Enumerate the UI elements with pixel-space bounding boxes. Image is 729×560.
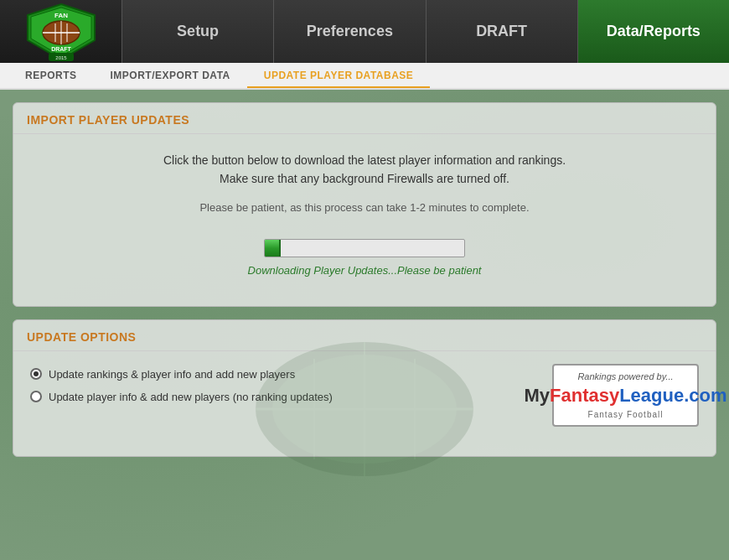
update-options-card: UPDATE OPTIONS Update rankings & player …: [13, 319, 716, 457]
app-container: FAN DRAFT 2015 Setup Preferences DRAFT: [0, 0, 729, 560]
nav-tab-setup[interactable]: Setup: [122, 0, 273, 63]
sub-nav-update-player-db[interactable]: UPDATE PLAYER DATABASE: [247, 65, 431, 88]
sub-nav: REPORTS IMPORT/EXPORT DATA UPDATE PLAYER…: [0, 63, 729, 90]
mfl-sub-text: Fantasy Football: [588, 410, 664, 419]
import-sub-text: Please be patient, as this process can t…: [30, 201, 699, 214]
radio-option-1[interactable]: Update rankings & player info and add ne…: [30, 368, 333, 381]
options-card-body: Update rankings & player info and add ne…: [13, 351, 716, 439]
progress-status-text: Downloading Player Updates...Please be p…: [248, 264, 482, 277]
mfl-logo-box: Rankings powered by... My Fantasy League…: [552, 364, 699, 427]
nav-tab-draft[interactable]: DRAFT: [426, 0, 577, 63]
mfl-fantasy-text: Fantasy: [550, 385, 619, 407]
svg-text:2015: 2015: [55, 55, 67, 60]
nav-tab-preferences[interactable]: Preferences: [273, 0, 425, 63]
nav-tab-data-reports[interactable]: Data/Reports: [577, 0, 729, 63]
top-nav: FAN DRAFT 2015 Setup Preferences DRAFT: [0, 0, 729, 63]
import-card-title: IMPORT PLAYER UPDATES: [13, 103, 716, 134]
update-options-title: UPDATE OPTIONS: [13, 320, 716, 351]
mfl-logo-text: My Fantasy League .com: [524, 385, 726, 407]
radio-btn-1[interactable]: [30, 368, 42, 380]
mfl-powered-text: Rankings powered by...: [577, 371, 673, 381]
radio-option-2[interactable]: Update player info & add new players (no…: [30, 391, 333, 403]
import-card-body: Click the button below to download the l…: [13, 134, 716, 289]
sub-nav-reports[interactable]: REPORTS: [8, 65, 94, 86]
svg-text:FAN: FAN: [54, 12, 68, 19]
mfl-dotcom-text: .com: [684, 385, 726, 407]
import-player-updates-card: IMPORT PLAYER UPDATES Click the button b…: [13, 102, 716, 307]
mfl-my-text: My: [524, 385, 550, 407]
progress-bar-inner: [265, 240, 281, 257]
import-main-text: Click the button below to download the l…: [30, 151, 699, 189]
sub-nav-import-export[interactable]: IMPORT/EXPORT DATA: [94, 65, 247, 86]
progress-container: Downloading Player Updates...Please be p…: [30, 239, 699, 277]
logo-area: FAN DRAFT 2015: [0, 0, 122, 63]
svg-text:DRAFT: DRAFT: [51, 46, 71, 52]
nav-tabs: Setup Preferences DRAFT Data/Reports: [122, 0, 729, 63]
mfl-league-text: League: [619, 385, 684, 407]
main-content: IMPORT PLAYER UPDATES Click the button b…: [0, 90, 729, 469]
options-left: Update rankings & player info and add ne…: [30, 364, 333, 403]
progress-bar-outer: [264, 239, 465, 257]
app-logo: FAN DRAFT 2015: [23, 3, 99, 61]
radio-btn-2[interactable]: [30, 391, 42, 402]
